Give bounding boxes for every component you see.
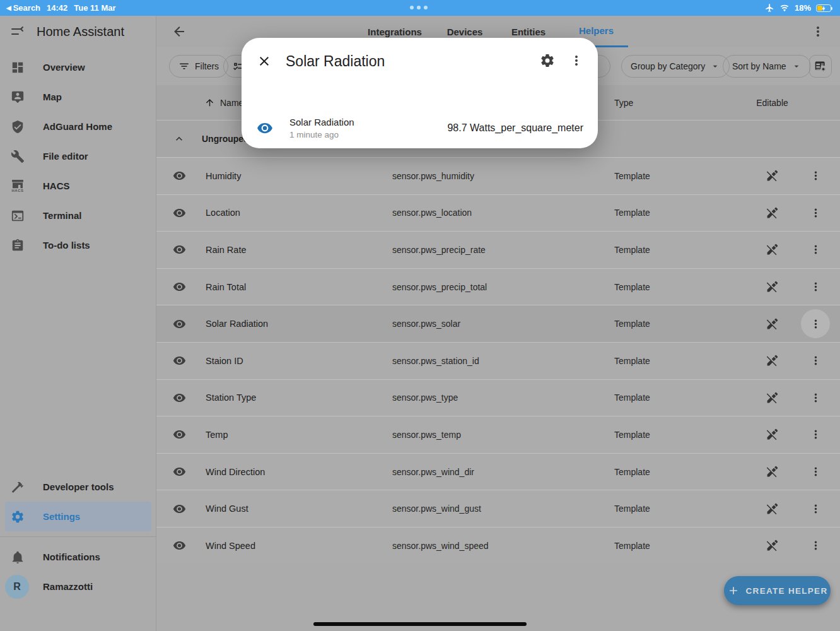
dialog-entity-row[interactable]: Solar Radiation 1 minute ago 98.7 Watts_… — [257, 117, 583, 139]
sidebar-item-adguard[interactable]: AdGuard Home — [0, 112, 156, 141]
chevron-down-icon — [710, 61, 720, 71]
back-to-app-button[interactable]: ◀ Search — [6, 3, 40, 13]
sidebar-toggle-icon[interactable] — [10, 24, 25, 39]
row-entity-id: sensor.pws_humidity — [392, 171, 614, 181]
sidebar-item-overview[interactable]: Overview — [0, 52, 156, 82]
sidebar-item-profile[interactable]: R Ramazzotti — [0, 572, 156, 601]
eye-icon — [173, 317, 186, 331]
home-assistant-screen: ◀ Search 14:42 Tue 11 Mar 18% — [0, 0, 840, 631]
row-name: Staion ID — [202, 356, 392, 366]
home-indicator-bar[interactable] — [313, 622, 527, 626]
map-person-icon — [10, 90, 25, 104]
status-bar: ◀ Search 14:42 Tue 11 Mar 18% — [0, 0, 840, 16]
table-row[interactable]: Wind Speed sensor.pws_wind_speed Templat… — [156, 527, 840, 564]
row-entity-id: sensor.pws_station_id — [392, 356, 614, 366]
row-menu-icon[interactable] — [801, 457, 830, 487]
back-arrow-icon[interactable] — [172, 24, 187, 39]
sort-by-button[interactable]: Sort by Name — [723, 55, 811, 78]
table-row[interactable]: Staion ID sensor.pws_station_id Template — [156, 342, 840, 379]
pencil-off-icon — [766, 206, 779, 220]
row-entity-id: sensor.pws_temp — [392, 430, 614, 440]
row-type: Template — [614, 430, 749, 440]
table-row[interactable]: Wind Gust sensor.pws_wind_gust Template — [156, 490, 840, 527]
table-row[interactable]: Location sensor.pws_location Template — [156, 194, 840, 232]
row-menu-icon[interactable] — [801, 383, 830, 412]
battery-charging-icon — [816, 4, 831, 12]
hammer-icon — [10, 480, 25, 494]
dashboard-icon — [10, 61, 25, 74]
dialog-entity-name: Solar Radiation — [289, 117, 354, 127]
table-row[interactable]: Station Type sensor.pws_type Template — [156, 379, 840, 416]
dialog-entity-state: 98.7 Watts_per_square_meter — [447, 122, 583, 134]
sidebar-item-developer-tools[interactable]: Developer tools — [0, 472, 156, 502]
hacs-store-icon: HACS — [10, 180, 25, 192]
chevron-down-icon — [791, 61, 802, 71]
overflow-menu-icon[interactable] — [810, 24, 825, 39]
table-row[interactable]: Wind Direction sensor.pws_wind_dir Templ… — [156, 453, 840, 490]
row-type: Template — [614, 504, 749, 514]
sidebar-item-hacs[interactable]: HACS HACS — [0, 171, 156, 201]
column-header-name[interactable]: Name — [220, 98, 243, 108]
sidebar-item-todo-lists[interactable]: To-do lists — [0, 230, 156, 260]
row-menu-icon[interactable] — [801, 235, 830, 264]
table-row[interactable]: Humidity sensor.pws_humidity Template — [156, 157, 840, 194]
row-menu-icon[interactable] — [801, 309, 830, 338]
column-header-editable[interactable]: Editable — [749, 98, 795, 108]
pencil-off-icon — [766, 169, 779, 182]
plus-icon — [727, 584, 740, 597]
eye-icon — [173, 539, 186, 552]
row-type: Template — [614, 541, 749, 551]
create-helper-button[interactable]: CREATE HELPER — [724, 576, 831, 605]
row-menu-icon[interactable] — [801, 162, 830, 191]
table-row[interactable]: Solar Radiation sensor.pws_solar Templat… — [156, 305, 840, 342]
airplane-mode-icon — [765, 3, 774, 13]
eye-icon — [173, 243, 186, 256]
eye-icon — [173, 206, 186, 220]
table-row[interactable]: Temp sensor.pws_temp Template — [156, 416, 840, 453]
chevron-up-icon — [156, 133, 202, 145]
column-header-type[interactable]: Type — [614, 98, 749, 108]
filters-button[interactable]: Filters — [169, 55, 228, 78]
sidebar-item-notifications[interactable]: Notifications — [0, 542, 156, 572]
pencil-off-icon — [766, 465, 779, 478]
close-icon[interactable] — [257, 54, 272, 69]
filter-icon — [178, 61, 190, 72]
row-menu-icon[interactable] — [801, 198, 830, 227]
sidebar-item-file-editor[interactable]: File editor — [0, 141, 156, 171]
sidebar-item-terminal[interactable]: Terminal — [0, 201, 156, 230]
row-menu-icon[interactable] — [801, 273, 830, 302]
back-to-app-label: Search — [13, 3, 40, 13]
group-by-button[interactable]: Group by Category — [621, 55, 730, 78]
dialog-title: Solar Radiation — [286, 53, 385, 70]
table-cog-icon — [814, 60, 827, 73]
row-menu-icon[interactable] — [801, 494, 830, 523]
sort-ascending-icon[interactable] — [204, 97, 215, 108]
todo-list-icon — [10, 239, 25, 252]
row-menu-icon[interactable] — [801, 531, 830, 560]
status-time: 14:42 — [47, 3, 67, 13]
row-type: Template — [614, 171, 749, 181]
dialog-overflow-menu-icon[interactable] — [569, 53, 584, 68]
eye-icon — [173, 169, 186, 182]
sidebar-item-settings[interactable]: Settings — [5, 502, 151, 531]
dialog-settings-gear-icon[interactable] — [540, 53, 555, 68]
sidebar-item-map[interactable]: Map — [0, 82, 156, 112]
sidebar: Home Assistant Overview Map AdGuard Home… — [0, 16, 156, 631]
row-name: Rain Rate — [202, 245, 392, 255]
row-menu-icon[interactable] — [801, 420, 830, 449]
pencil-off-icon — [766, 428, 779, 441]
row-name: Station Type — [202, 392, 392, 403]
table-settings-button[interactable] — [809, 55, 832, 78]
sidebar-divider — [0, 536, 156, 537]
wrench-icon — [10, 150, 25, 163]
row-entity-id: sensor.pws_solar — [392, 319, 614, 329]
wifi-icon — [779, 4, 790, 13]
table-row[interactable]: Rain Total sensor.pws_precip_total Templ… — [156, 268, 840, 305]
multitasking-dots-icon[interactable] — [410, 6, 428, 9]
shield-check-icon — [10, 120, 25, 134]
row-entity-id: sensor.pws_wind_gust — [392, 504, 614, 514]
row-menu-icon[interactable] — [801, 346, 830, 375]
row-type: Template — [614, 356, 749, 366]
row-entity-id: sensor.pws_wind_speed — [392, 541, 614, 551]
table-row[interactable]: Rain Rate sensor.pws_precip_rate Templat… — [156, 231, 840, 268]
